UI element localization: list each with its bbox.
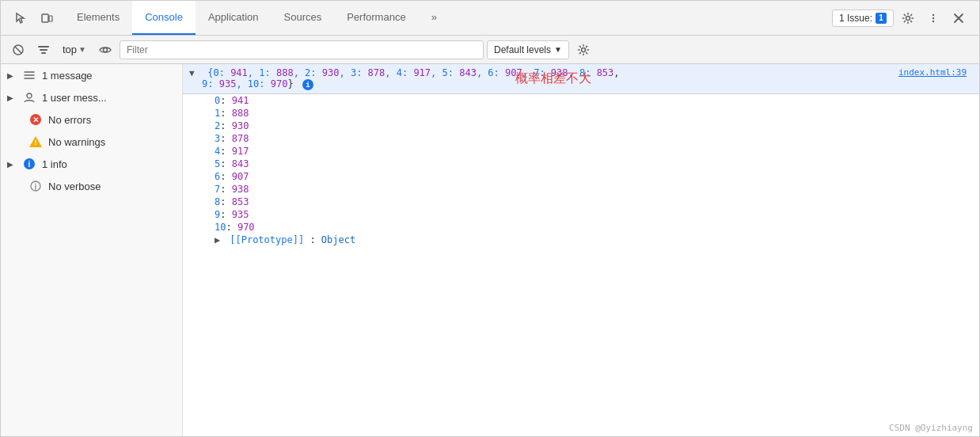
- svg-rect-1: [49, 16, 52, 21]
- tab-elements[interactable]: Elements: [64, 1, 132, 35]
- file-ref[interactable]: index.html:39: [898, 67, 967, 78]
- tabs: Elements Console Application Sources Per…: [64, 1, 826, 35]
- svg-point-5: [933, 20, 934, 21]
- table-row: 1: 888: [183, 107, 979, 120]
- prototype-val: Object: [321, 234, 355, 245]
- close-icon[interactable]: [948, 7, 970, 29]
- settings-icon[interactable]: [897, 7, 919, 29]
- context-dropdown-arrow: ▼: [78, 45, 86, 54]
- tab-sources[interactable]: Sources: [272, 1, 335, 35]
- verbose-icon: [29, 180, 42, 192]
- sidebar-item-info[interactable]: ▶ i 1 info: [1, 153, 182, 175]
- context-selector[interactable]: top ▼: [58, 42, 91, 57]
- table-row: 5: 843: [183, 158, 979, 170]
- tab-bar-icons: [4, 7, 64, 29]
- warning-icon: !: [29, 135, 42, 148]
- table-row: 9: 935: [183, 208, 979, 221]
- user-icon: [23, 91, 36, 104]
- levels-arrow-icon: ▼: [554, 45, 562, 54]
- sidebar: ▶ 1 message ▶ 1 u: [1, 64, 183, 436]
- main-area: ▶ 1 message ▶ 1 u: [1, 64, 979, 436]
- clear-console-icon[interactable]: [7, 39, 29, 61]
- expanded-rows: 0: 9411: 8882: 9303: 8784: 9175: 8436: 9…: [183, 94, 979, 234]
- tab-performance[interactable]: Performance: [334, 1, 418, 35]
- levels-dropdown[interactable]: Default levels ▼: [487, 40, 569, 59]
- svg-rect-11: [40, 49, 47, 51]
- list-icon: [23, 69, 36, 82]
- sidebar-item-warnings[interactable]: ! No warnings: [1, 131, 182, 153]
- obj-key-0: {0:: [207, 67, 230, 78]
- devtools-window: Elements Console Application Sources Per…: [0, 0, 980, 437]
- more-options-icon[interactable]: [922, 7, 944, 29]
- cursor-icon[interactable]: [10, 7, 32, 29]
- filter-sidebar-icon[interactable]: [32, 39, 55, 61]
- svg-point-20: [35, 184, 36, 185]
- expand-arrow-messages: ▶: [4, 69, 17, 82]
- sidebar-item-errors[interactable]: ✕ No errors: [1, 108, 182, 131]
- issue-icon: 1: [876, 13, 887, 24]
- settings-gear-icon[interactable]: [572, 39, 594, 61]
- issue-badge[interactable]: 1 Issue: 1: [832, 10, 894, 27]
- table-row: 8: 853: [183, 196, 979, 208]
- svg-point-14: [581, 48, 585, 51]
- svg-point-18: [27, 93, 32, 98]
- table-row: 3: 878: [183, 132, 979, 145]
- obj-val-0: 941: [230, 67, 248, 78]
- svg-point-4: [933, 17, 934, 18]
- table-row: 0: 941: [183, 94, 979, 107]
- table-row: 7: 938: [183, 183, 979, 196]
- watermark: CSDN @Oyizhiayng: [889, 423, 973, 433]
- table-row: 6: 907: [183, 170, 979, 183]
- svg-rect-10: [38, 46, 49, 48]
- tab-application[interactable]: Application: [196, 1, 272, 35]
- console-toolbar: top ▼ Default levels ▼: [1, 36, 979, 64]
- prototype-key: [[Prototype]]: [230, 234, 304, 245]
- svg-point-2: [906, 16, 910, 20]
- expand-arrow-info: ▶: [4, 158, 17, 170]
- tab-right-actions: 1 Issue: 1: [826, 7, 976, 29]
- tab-more[interactable]: »: [419, 1, 450, 35]
- sidebar-item-verbose[interactable]: No verbose: [1, 175, 182, 197]
- expand-triangle[interactable]: ▼: [189, 68, 199, 78]
- info-badge: i: [302, 79, 313, 90]
- console-output[interactable]: index.html:39 ▼ {0: 941, 1: 888, 2: 930,…: [183, 64, 979, 436]
- prototype-expand[interactable]: ▶: [215, 234, 224, 245]
- svg-line-9: [15, 47, 21, 53]
- table-row: 10: 970: [183, 221, 979, 234]
- filter-input[interactable]: [120, 40, 484, 59]
- error-icon: ✕: [29, 113, 42, 126]
- expand-arrow-user: ▶: [4, 91, 17, 104]
- sidebar-item-messages[interactable]: ▶ 1 message: [1, 64, 182, 86]
- svg-point-3: [933, 13, 934, 15]
- tab-bar: Elements Console Application Sources Per…: [1, 1, 979, 36]
- prototype-row: ▶ [[Prototype]] : Object: [183, 234, 979, 246]
- sidebar-item-user-messages[interactable]: ▶ 1 user mess...: [1, 86, 182, 108]
- info-icon: i: [23, 158, 36, 170]
- annotation-text: 概率相差不大: [515, 70, 591, 87]
- svg-point-13: [103, 48, 107, 51]
- table-row: 4: 917: [183, 145, 979, 158]
- tab-console[interactable]: Console: [132, 1, 196, 35]
- svg-rect-12: [41, 52, 46, 54]
- table-row: 2: 930: [183, 120, 979, 132]
- svg-rect-0: [42, 14, 48, 22]
- console-entry: index.html:39 ▼ {0: 941, 1: 888, 2: 930,…: [183, 64, 979, 94]
- device-toggle-icon[interactable]: [36, 7, 58, 29]
- eye-icon[interactable]: [94, 39, 116, 61]
